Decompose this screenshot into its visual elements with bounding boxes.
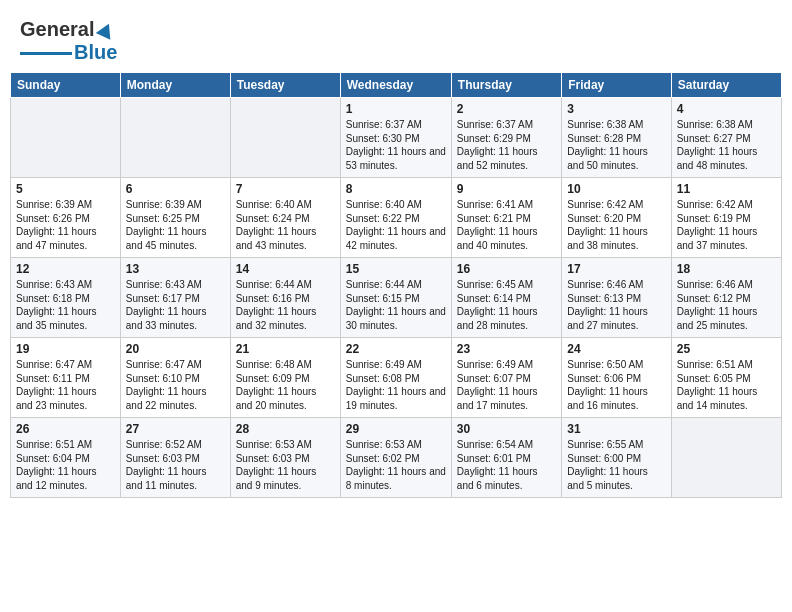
calendar-cell: 1Sunrise: 6:37 AM Sunset: 6:30 PM Daylig… <box>340 98 451 178</box>
calendar-day-header: Friday <box>562 73 671 98</box>
logo-line <box>20 52 72 55</box>
calendar-day-header: Thursday <box>451 73 561 98</box>
calendar-cell <box>11 98 121 178</box>
day-info: Sunrise: 6:37 AM Sunset: 6:29 PM Dayligh… <box>457 118 556 172</box>
day-number: 19 <box>16 342 115 356</box>
day-info: Sunrise: 6:40 AM Sunset: 6:22 PM Dayligh… <box>346 198 446 252</box>
calendar-cell: 22Sunrise: 6:49 AM Sunset: 6:08 PM Dayli… <box>340 338 451 418</box>
calendar-cell: 9Sunrise: 6:41 AM Sunset: 6:21 PM Daylig… <box>451 178 561 258</box>
day-number: 22 <box>346 342 446 356</box>
calendar-cell: 13Sunrise: 6:43 AM Sunset: 6:17 PM Dayli… <box>120 258 230 338</box>
logo-blue: Blue <box>74 41 117 64</box>
day-number: 23 <box>457 342 556 356</box>
day-info: Sunrise: 6:42 AM Sunset: 6:20 PM Dayligh… <box>567 198 665 252</box>
day-info: Sunrise: 6:51 AM Sunset: 6:05 PM Dayligh… <box>677 358 776 412</box>
day-info: Sunrise: 6:45 AM Sunset: 6:14 PM Dayligh… <box>457 278 556 332</box>
day-number: 9 <box>457 182 556 196</box>
day-number: 1 <box>346 102 446 116</box>
day-info: Sunrise: 6:39 AM Sunset: 6:26 PM Dayligh… <box>16 198 115 252</box>
day-number: 31 <box>567 422 665 436</box>
logo-general: General <box>20 18 94 41</box>
calendar-day-header: Monday <box>120 73 230 98</box>
day-info: Sunrise: 6:38 AM Sunset: 6:27 PM Dayligh… <box>677 118 776 172</box>
day-number: 27 <box>126 422 225 436</box>
day-number: 15 <box>346 262 446 276</box>
day-info: Sunrise: 6:43 AM Sunset: 6:18 PM Dayligh… <box>16 278 115 332</box>
day-info: Sunrise: 6:46 AM Sunset: 6:13 PM Dayligh… <box>567 278 665 332</box>
day-info: Sunrise: 6:52 AM Sunset: 6:03 PM Dayligh… <box>126 438 225 492</box>
calendar-cell: 12Sunrise: 6:43 AM Sunset: 6:18 PM Dayli… <box>11 258 121 338</box>
calendar-cell: 5Sunrise: 6:39 AM Sunset: 6:26 PM Daylig… <box>11 178 121 258</box>
calendar-cell: 14Sunrise: 6:44 AM Sunset: 6:16 PM Dayli… <box>230 258 340 338</box>
day-info: Sunrise: 6:46 AM Sunset: 6:12 PM Dayligh… <box>677 278 776 332</box>
calendar-cell: 27Sunrise: 6:52 AM Sunset: 6:03 PM Dayli… <box>120 418 230 498</box>
day-number: 2 <box>457 102 556 116</box>
calendar-cell <box>120 98 230 178</box>
day-info: Sunrise: 6:47 AM Sunset: 6:11 PM Dayligh… <box>16 358 115 412</box>
calendar-cell: 11Sunrise: 6:42 AM Sunset: 6:19 PM Dayli… <box>671 178 781 258</box>
day-number: 24 <box>567 342 665 356</box>
calendar-cell: 3Sunrise: 6:38 AM Sunset: 6:28 PM Daylig… <box>562 98 671 178</box>
day-info: Sunrise: 6:47 AM Sunset: 6:10 PM Dayligh… <box>126 358 225 412</box>
calendar-week-row: 19Sunrise: 6:47 AM Sunset: 6:11 PM Dayli… <box>11 338 782 418</box>
day-info: Sunrise: 6:40 AM Sunset: 6:24 PM Dayligh… <box>236 198 335 252</box>
day-info: Sunrise: 6:53 AM Sunset: 6:02 PM Dayligh… <box>346 438 446 492</box>
calendar-table: SundayMondayTuesdayWednesdayThursdayFrid… <box>10 72 782 498</box>
day-info: Sunrise: 6:44 AM Sunset: 6:15 PM Dayligh… <box>346 278 446 332</box>
day-number: 13 <box>126 262 225 276</box>
day-number: 18 <box>677 262 776 276</box>
calendar-cell: 7Sunrise: 6:40 AM Sunset: 6:24 PM Daylig… <box>230 178 340 258</box>
day-info: Sunrise: 6:39 AM Sunset: 6:25 PM Dayligh… <box>126 198 225 252</box>
day-info: Sunrise: 6:49 AM Sunset: 6:07 PM Dayligh… <box>457 358 556 412</box>
day-number: 16 <box>457 262 556 276</box>
day-number: 25 <box>677 342 776 356</box>
day-number: 5 <box>16 182 115 196</box>
day-info: Sunrise: 6:38 AM Sunset: 6:28 PM Dayligh… <box>567 118 665 172</box>
calendar-day-header: Tuesday <box>230 73 340 98</box>
day-number: 11 <box>677 182 776 196</box>
day-number: 12 <box>16 262 115 276</box>
logo-triangle-icon <box>96 20 116 39</box>
calendar-cell: 8Sunrise: 6:40 AM Sunset: 6:22 PM Daylig… <box>340 178 451 258</box>
day-info: Sunrise: 6:54 AM Sunset: 6:01 PM Dayligh… <box>457 438 556 492</box>
calendar-cell: 10Sunrise: 6:42 AM Sunset: 6:20 PM Dayli… <box>562 178 671 258</box>
day-info: Sunrise: 6:43 AM Sunset: 6:17 PM Dayligh… <box>126 278 225 332</box>
day-number: 14 <box>236 262 335 276</box>
day-number: 8 <box>346 182 446 196</box>
calendar-cell: 30Sunrise: 6:54 AM Sunset: 6:01 PM Dayli… <box>451 418 561 498</box>
calendar-header-row: SundayMondayTuesdayWednesdayThursdayFrid… <box>11 73 782 98</box>
day-number: 3 <box>567 102 665 116</box>
day-info: Sunrise: 6:37 AM Sunset: 6:30 PM Dayligh… <box>346 118 446 172</box>
day-info: Sunrise: 6:50 AM Sunset: 6:06 PM Dayligh… <box>567 358 665 412</box>
day-number: 21 <box>236 342 335 356</box>
day-number: 28 <box>236 422 335 436</box>
calendar-cell: 21Sunrise: 6:48 AM Sunset: 6:09 PM Dayli… <box>230 338 340 418</box>
calendar-cell: 24Sunrise: 6:50 AM Sunset: 6:06 PM Dayli… <box>562 338 671 418</box>
calendar-cell: 25Sunrise: 6:51 AM Sunset: 6:05 PM Dayli… <box>671 338 781 418</box>
calendar-day-header: Sunday <box>11 73 121 98</box>
calendar-day-header: Saturday <box>671 73 781 98</box>
calendar-week-row: 26Sunrise: 6:51 AM Sunset: 6:04 PM Dayli… <box>11 418 782 498</box>
calendar-cell: 4Sunrise: 6:38 AM Sunset: 6:27 PM Daylig… <box>671 98 781 178</box>
calendar-cell: 29Sunrise: 6:53 AM Sunset: 6:02 PM Dayli… <box>340 418 451 498</box>
calendar-cell: 19Sunrise: 6:47 AM Sunset: 6:11 PM Dayli… <box>11 338 121 418</box>
calendar-week-row: 12Sunrise: 6:43 AM Sunset: 6:18 PM Dayli… <box>11 258 782 338</box>
day-number: 29 <box>346 422 446 436</box>
day-number: 4 <box>677 102 776 116</box>
calendar-cell <box>230 98 340 178</box>
calendar-cell: 16Sunrise: 6:45 AM Sunset: 6:14 PM Dayli… <box>451 258 561 338</box>
calendar-cell <box>671 418 781 498</box>
day-info: Sunrise: 6:51 AM Sunset: 6:04 PM Dayligh… <box>16 438 115 492</box>
day-number: 17 <box>567 262 665 276</box>
page-header: General Blue <box>10 10 782 68</box>
day-number: 26 <box>16 422 115 436</box>
day-info: Sunrise: 6:53 AM Sunset: 6:03 PM Dayligh… <box>236 438 335 492</box>
day-number: 10 <box>567 182 665 196</box>
calendar-cell: 31Sunrise: 6:55 AM Sunset: 6:00 PM Dayli… <box>562 418 671 498</box>
calendar-cell: 15Sunrise: 6:44 AM Sunset: 6:15 PM Dayli… <box>340 258 451 338</box>
calendar-cell: 17Sunrise: 6:46 AM Sunset: 6:13 PM Dayli… <box>562 258 671 338</box>
calendar-cell: 23Sunrise: 6:49 AM Sunset: 6:07 PM Dayli… <box>451 338 561 418</box>
calendar-cell: 28Sunrise: 6:53 AM Sunset: 6:03 PM Dayli… <box>230 418 340 498</box>
calendar-cell: 18Sunrise: 6:46 AM Sunset: 6:12 PM Dayli… <box>671 258 781 338</box>
day-number: 6 <box>126 182 225 196</box>
